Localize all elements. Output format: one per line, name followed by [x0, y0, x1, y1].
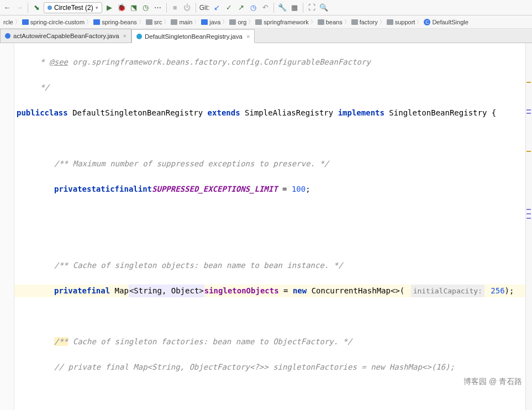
- debug-icon[interactable]: 🐞: [117, 3, 127, 13]
- separator: [273, 3, 274, 13]
- folder-icon: [171, 19, 177, 25]
- git-label: Git:: [199, 4, 210, 12]
- settings-icon[interactable]: 🔧: [277, 3, 287, 13]
- code-editor[interactable]: * @see org.springframework.beans.factory…: [14, 43, 525, 410]
- module-icon: [22, 19, 29, 25]
- git-rollback-icon[interactable]: ↶: [260, 3, 270, 13]
- module-icon: [93, 19, 100, 25]
- breadcrumb-item[interactable]: main: [168, 19, 194, 25]
- separator: [303, 3, 303, 13]
- breadcrumb-item[interactable]: support: [384, 19, 418, 25]
- tab-label: actAutowireCapableBeanFactory.java: [13, 33, 119, 39]
- build-icon[interactable]: ⬊: [31, 3, 41, 13]
- stop-icon[interactable]: ■: [170, 3, 180, 13]
- project-structure-icon[interactable]: ▦: [289, 3, 299, 13]
- exit-icon[interactable]: ⏻: [182, 3, 192, 13]
- editor-tab[interactable]: actAutowireCapableBeanFactory.java ×: [0, 29, 131, 43]
- breadcrumb-bar: rcle〉 spring-circle-custom〉 spring-beans…: [0, 15, 532, 29]
- run-config-label: CircleTest (2): [54, 4, 93, 12]
- warning-mark[interactable]: [526, 151, 531, 152]
- profile-icon[interactable]: ◷: [141, 3, 151, 13]
- git-commit-icon[interactable]: ✓: [224, 3, 234, 13]
- config-icon: [48, 6, 52, 10]
- separator: [196, 3, 196, 13]
- change-mark[interactable]: [526, 109, 531, 111]
- file-type-icon: [5, 33, 10, 39]
- folder-icon: [255, 19, 262, 25]
- close-icon[interactable]: ×: [123, 33, 127, 39]
- breadcrumb-item[interactable]: rcle: [1, 19, 15, 25]
- folder-icon: [229, 19, 236, 25]
- change-mark[interactable]: [526, 213, 531, 214]
- separator: [28, 3, 28, 13]
- git-update-icon[interactable]: ↙: [212, 3, 222, 13]
- breadcrumb-item[interactable]: org: [227, 19, 249, 25]
- git-push-icon[interactable]: ↗: [236, 3, 246, 13]
- change-mark[interactable]: [526, 209, 531, 210]
- change-mark[interactable]: [526, 218, 531, 219]
- search-icon[interactable]: 🔍: [319, 3, 329, 13]
- editor-wrap: * @see org.springframework.beans.factory…: [0, 43, 532, 410]
- editor-tabs: actAutowireCapableBeanFactory.java × Def…: [0, 29, 532, 43]
- file-type-icon: [136, 34, 142, 39]
- separator: [166, 3, 167, 13]
- folder-icon: [318, 19, 324, 25]
- change-mark[interactable]: [526, 113, 531, 114]
- back-icon[interactable]: ←: [2, 3, 12, 13]
- breadcrumb-item[interactable]: beans: [315, 19, 345, 25]
- forward-icon[interactable]: →: [14, 3, 24, 13]
- expand-icon[interactable]: ⛶: [307, 3, 317, 13]
- breadcrumb-item[interactable]: spring-beans: [91, 19, 139, 25]
- breadcrumb-item[interactable]: springframework: [253, 19, 310, 25]
- watermark-text: 博客园 @ 青石路: [463, 377, 522, 387]
- source-folder-icon: [201, 19, 208, 25]
- close-icon[interactable]: ×: [246, 33, 250, 40]
- breadcrumb-item[interactable]: factory: [349, 19, 380, 25]
- warning-mark[interactable]: [526, 82, 531, 83]
- coverage-icon[interactable]: ⬔: [129, 3, 139, 13]
- tab-label: DefaultSingletonBeanRegistry.java: [145, 33, 243, 40]
- breadcrumb-item[interactable]: spring-circle-custom: [20, 19, 87, 25]
- error-stripe[interactable]: [525, 43, 532, 410]
- main-toolbar: ← → ⬊ CircleTest (2) ▾ ▶ 🐞 ⬔ ◷ ⋯ ■ ⏻ Git…: [0, 0, 532, 15]
- folder-icon: [351, 19, 358, 25]
- line-gutter[interactable]: [0, 43, 14, 410]
- chevron-down-icon: ▾: [96, 5, 98, 10]
- git-history-icon[interactable]: ◷: [248, 3, 258, 13]
- folder-icon: [146, 19, 152, 25]
- folder-icon: [387, 19, 393, 25]
- breadcrumb-item[interactable]: CDefaultSingle: [422, 19, 470, 25]
- breadcrumb-item[interactable]: src: [144, 19, 165, 25]
- run-configuration-select[interactable]: CircleTest (2) ▾: [44, 2, 102, 13]
- editor-tab-active[interactable]: DefaultSingletonBeanRegistry.java ×: [131, 29, 255, 43]
- class-icon: C: [424, 19, 430, 25]
- attach-icon[interactable]: ⋯: [153, 3, 163, 13]
- run-icon[interactable]: ▶: [104, 3, 114, 13]
- breadcrumb-item[interactable]: java: [199, 19, 223, 25]
